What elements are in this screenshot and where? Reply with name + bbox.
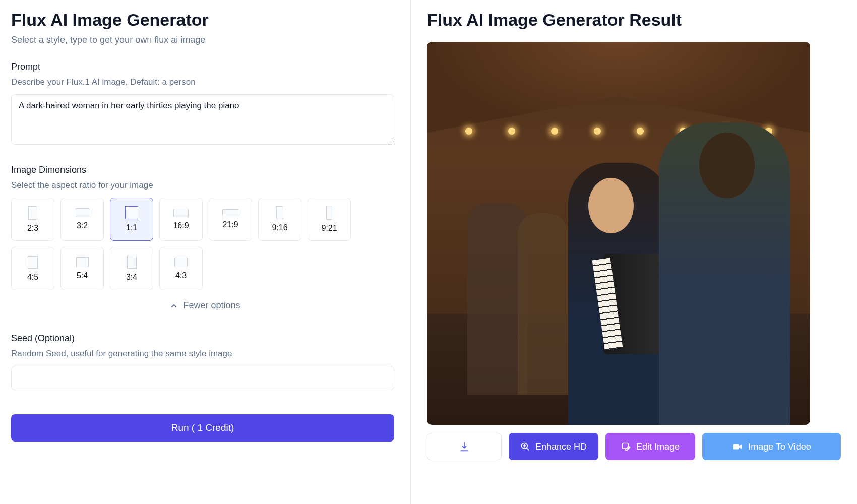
fewer-options-toggle[interactable]: Fewer options	[11, 300, 399, 311]
result-actions: Enhance HD Edit Image Image To Video	[427, 433, 841, 460]
download-icon	[459, 441, 470, 452]
seed-desc: Random Seed, useful for generating the s…	[11, 349, 399, 359]
edit-label: Edit Image	[636, 442, 680, 452]
seed-label: Seed (Optional)	[11, 333, 399, 344]
aspect-shape-icon	[28, 256, 38, 269]
aspect-shape-icon	[326, 206, 332, 220]
video-button[interactable]: Image To Video	[702, 433, 841, 460]
aspect-label: 4:5	[27, 273, 38, 282]
prompt-input[interactable]	[11, 94, 394, 145]
aspect-option-9-21[interactable]: 9:21	[308, 198, 351, 241]
aspect-label: 5:4	[77, 271, 88, 280]
aspect-ratio-grid: 2:33:21:116:921:99:169:214:55:43:44:3	[11, 198, 399, 290]
aspect-shape-icon	[28, 206, 37, 220]
aspect-option-1-1[interactable]: 1:1	[110, 198, 153, 241]
aspect-option-2-3[interactable]: 2:3	[11, 198, 54, 241]
aspect-shape-icon	[173, 209, 189, 217]
page-subtitle: Select a style, type to get your own flu…	[11, 35, 399, 45]
page-title: Flux AI Image Generator	[11, 10, 399, 30]
download-button[interactable]	[427, 433, 502, 460]
aspect-label: 16:9	[173, 221, 189, 230]
edit-button[interactable]: Edit Image	[605, 433, 695, 460]
aspect-option-16-9[interactable]: 16:9	[159, 198, 203, 241]
dimensions-desc: Select the aspect ratio for your image	[11, 180, 399, 191]
aspect-label: 4:3	[175, 271, 187, 280]
video-label: Image To Video	[748, 442, 811, 452]
generator-panel: Flux AI Image Generator Select a style, …	[0, 0, 411, 504]
result-title: Flux AI Image Generator Result	[427, 10, 841, 30]
aspect-shape-icon	[127, 256, 137, 269]
aspect-label: 21:9	[222, 220, 238, 229]
enhance-label: Enhance HD	[535, 442, 587, 452]
aspect-shape-icon	[76, 208, 89, 217]
dimensions-label: Image Dimensions	[11, 165, 399, 175]
aspect-shape-icon	[174, 258, 188, 267]
prompt-label: Prompt	[11, 61, 399, 72]
aspect-label: 9:16	[272, 223, 287, 232]
svg-rect-2	[733, 444, 739, 450]
aspect-option-3-2[interactable]: 3:2	[60, 198, 104, 241]
seed-input[interactable]	[11, 366, 394, 390]
aspect-shape-icon	[222, 209, 238, 216]
prompt-desc: Describe your Flux.1 AI image, Default: …	[11, 77, 399, 87]
aspect-option-21-9[interactable]: 21:9	[209, 198, 252, 241]
video-icon	[732, 441, 743, 452]
aspect-label: 3:4	[126, 273, 137, 282]
edit-image-icon	[621, 442, 631, 452]
fewer-options-label: Fewer options	[183, 300, 240, 311]
aspect-option-4-3[interactable]: 4:3	[159, 247, 203, 290]
result-panel: Flux AI Image Generator Result Enhance H…	[411, 0, 857, 504]
run-button[interactable]: Run ( 1 Credit)	[11, 414, 394, 442]
aspect-shape-icon	[76, 257, 89, 267]
aspect-option-4-5[interactable]: 4:5	[11, 247, 54, 290]
aspect-label: 2:3	[27, 224, 38, 233]
enhance-button[interactable]: Enhance HD	[509, 433, 598, 460]
chevron-up-icon	[170, 302, 178, 310]
aspect-shape-icon	[276, 206, 283, 219]
result-image	[427, 42, 810, 425]
zoom-in-icon	[520, 442, 530, 452]
aspect-label: 9:21	[321, 224, 337, 233]
aspect-label: 1:1	[126, 223, 137, 232]
aspect-shape-icon	[125, 206, 138, 219]
aspect-option-9-16[interactable]: 9:16	[258, 198, 301, 241]
aspect-option-3-4[interactable]: 3:4	[110, 247, 153, 290]
aspect-option-5-4[interactable]: 5:4	[60, 247, 104, 290]
aspect-label: 3:2	[77, 221, 88, 230]
